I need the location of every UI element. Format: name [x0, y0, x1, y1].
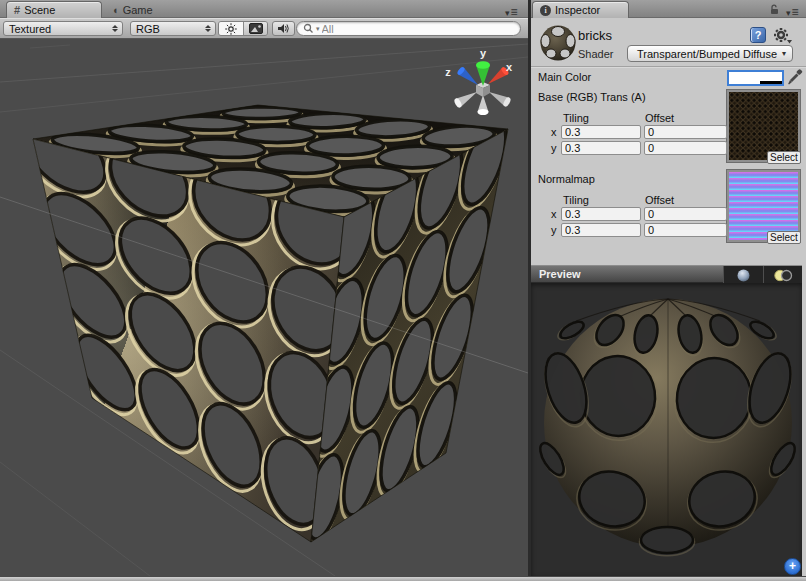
status-bar	[0, 576, 806, 581]
shader-dropdown[interactable]: Transparent/Bumped Diffuse ▾	[627, 45, 793, 62]
base-map-label: Base (RGB) Trans (A)	[538, 91, 646, 103]
base-offset-x-field[interactable]	[644, 125, 727, 139]
base-tiling-label: Tiling	[563, 112, 589, 124]
material-name: bricks	[578, 28, 612, 43]
render-mode-dropdown[interactable]: Textured	[3, 21, 123, 36]
preview-lighting-button[interactable]	[763, 266, 803, 284]
scene-grid-icon: #	[14, 4, 20, 16]
orientation-gizmo[interactable]	[453, 61, 512, 115]
tab-scene[interactable]: # Scene	[6, 1, 102, 18]
search-icon	[303, 23, 314, 34]
base-tiling-x-field[interactable]	[561, 125, 641, 139]
textured-cube[interactable]	[0, 105, 528, 555]
alpha-bar	[729, 81, 782, 84]
scene-tabstrip: # Scene ◖ Game ▾≡	[0, 0, 528, 18]
help-icon[interactable]: ?	[750, 27, 766, 43]
scene-panel: # Scene ◖ Game ▾≡ Textured RGB	[0, 0, 528, 576]
color-mode-dropdown[interactable]: RGB	[130, 21, 216, 36]
unity-editor-window: # Scene ◖ Game ▾≡ Textured RGB	[0, 0, 806, 581]
preview-header[interactable]: Preview	[531, 265, 802, 283]
base-offset-label: Offset	[645, 112, 674, 124]
sphere-icon	[737, 269, 750, 282]
search-scope-caret-icon: ▾	[316, 25, 320, 33]
color-mode-value: RGB	[136, 23, 160, 35]
skybox-toggle-button[interactable]	[243, 22, 267, 35]
scene-toolbar: Textured RGB	[0, 18, 528, 39]
normalmap-select-button[interactable]: Select	[767, 231, 801, 244]
tab-game-label: Game	[123, 4, 153, 16]
normal-y-label: y	[551, 224, 557, 236]
inspector-panel: i Inspector ▾≡	[531, 0, 806, 576]
material-ball-icon	[539, 24, 577, 62]
gizmo-z-label[interactable]: z	[445, 66, 451, 78]
gizmo-x-label[interactable]: x	[506, 61, 513, 73]
preview-canvas[interactable]	[531, 283, 802, 576]
info-icon: i	[540, 5, 551, 16]
preview-shape-button[interactable]	[723, 266, 763, 284]
preview-title: Preview	[539, 268, 581, 280]
preview-sphere[interactable]	[536, 299, 800, 556]
speaker-icon	[277, 23, 290, 34]
base-tiling-y-field[interactable]	[561, 141, 641, 155]
sun-icon	[225, 23, 237, 35]
preview-viewport[interactable]: +	[531, 283, 802, 576]
scene-canvas[interactable]: y x z	[0, 39, 528, 576]
tab-scene-label: Scene	[24, 4, 55, 16]
normal-offset-label: Offset	[645, 194, 674, 206]
base-select-button[interactable]: Select	[767, 151, 801, 164]
render-mode-value: Textured	[9, 23, 51, 35]
base-y-label: y	[551, 142, 557, 154]
base-offset-y-field[interactable]	[644, 141, 727, 155]
normal-offset-x-field[interactable]	[644, 207, 727, 221]
lighting-toggle-button[interactable]	[219, 22, 243, 35]
separator	[531, 66, 806, 67]
shader-value: Transparent/Bumped Diffuse	[637, 48, 777, 60]
lighting-icon	[773, 269, 793, 282]
zoom-plus-button[interactable]: +	[784, 558, 801, 575]
gear-icon[interactable]	[773, 27, 792, 44]
main-color-label: Main Color	[538, 71, 591, 83]
shader-label: Shader	[578, 48, 613, 60]
game-pacman-icon: ◖	[112, 4, 119, 16]
normal-tiling-y-field[interactable]	[561, 223, 641, 237]
stepper-arrows-icon	[205, 25, 211, 32]
tab-inspector-label: Inspector	[555, 4, 600, 16]
scene-viewport[interactable]: y x z	[0, 39, 528, 576]
scene-panel-menu-icon[interactable]: ▾≡	[505, 5, 519, 19]
dropdown-caret-icon: ▾	[782, 49, 786, 58]
main-color-swatch[interactable]	[727, 70, 784, 86]
normalmap-label: Normalmap	[538, 173, 595, 185]
scene-search-field[interactable]: ▾	[296, 21, 521, 36]
base-x-label: x	[551, 126, 557, 138]
stepper-arrows-icon	[112, 25, 118, 32]
search-input[interactable]	[322, 23, 492, 35]
inspector-panel-menu-icon[interactable]: ▾≡	[786, 5, 800, 19]
normal-tiling-x-field[interactable]	[561, 207, 641, 221]
lock-icon[interactable]	[769, 4, 780, 15]
tab-inspector[interactable]: i Inspector	[532, 1, 629, 18]
tab-game[interactable]: ◖ Game	[112, 2, 153, 18]
scene-view-toggles	[218, 21, 268, 36]
normal-offset-y-field[interactable]	[644, 223, 727, 237]
preview-panel: Preview	[531, 265, 802, 576]
normal-tiling-label: Tiling	[563, 194, 589, 206]
eyedropper-icon[interactable]	[788, 69, 803, 86]
normal-x-label: x	[551, 208, 557, 220]
gizmo-y-label[interactable]: y	[480, 47, 487, 59]
inspector-tabstrip: i Inspector ▾≡	[531, 0, 806, 18]
image-icon	[249, 23, 263, 34]
audio-toggle-button[interactable]	[272, 21, 295, 36]
